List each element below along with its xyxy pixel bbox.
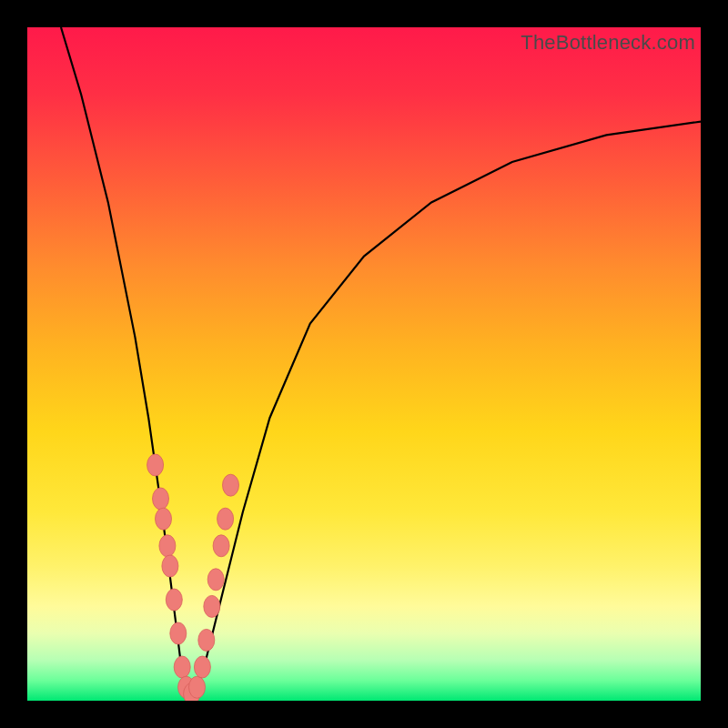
bead-marker xyxy=(153,488,169,510)
bead-marker xyxy=(223,474,239,496)
bead-marker xyxy=(213,535,229,557)
bead-markers xyxy=(147,454,239,701)
bead-marker xyxy=(147,454,164,476)
bead-marker xyxy=(159,535,176,557)
bead-marker xyxy=(217,508,234,530)
curve-path xyxy=(61,27,701,701)
bead-marker xyxy=(198,629,215,651)
bead-marker xyxy=(162,555,178,577)
bead-marker xyxy=(194,656,210,678)
bead-marker xyxy=(156,508,172,530)
bead-marker xyxy=(207,569,224,591)
bead-marker xyxy=(174,656,190,678)
bead-marker xyxy=(170,622,187,644)
chart-frame: TheBottleneck.com xyxy=(27,27,701,701)
bead-marker xyxy=(189,676,206,698)
bead-marker xyxy=(204,595,220,617)
watermark-text: TheBottleneck.com xyxy=(521,31,695,55)
bead-marker xyxy=(166,589,182,611)
bottleneck-curve-svg xyxy=(27,27,701,701)
